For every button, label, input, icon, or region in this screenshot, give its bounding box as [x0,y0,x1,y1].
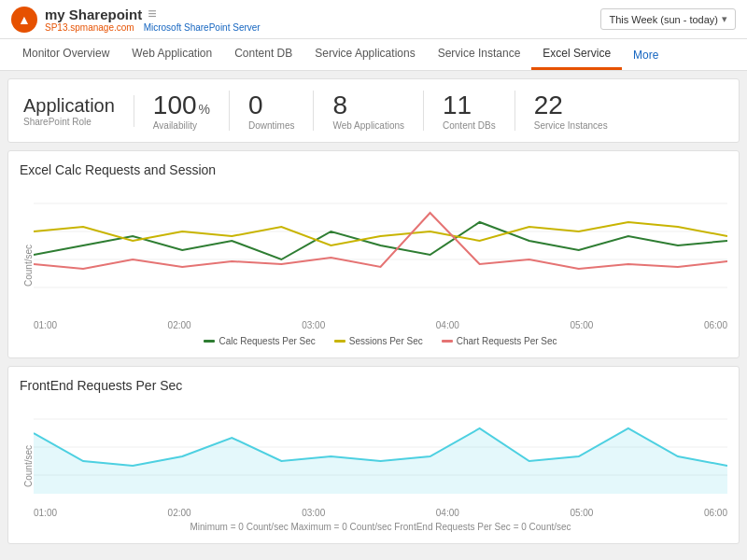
logo-icon: ▲ [11,7,37,33]
hamburger-icon[interactable]: ≡ [148,6,156,22]
nav-item-content-db[interactable]: Content DB [223,39,303,70]
nav-item-service-instance[interactable]: Service Instance [427,39,532,70]
chart-frontend-wrapper: Count/sec 01:00 02:00 03:00 04:00 [20,400,727,532]
legend-sessions-dot [334,340,345,343]
stat-downtimes: 0 Downtimes [230,91,314,131]
week-selector[interactable]: This Week (sun - today) ▾ [600,8,736,30]
stat-web-applications-value: 8 [332,91,347,120]
nav-item-service-applications[interactable]: Service Applications [303,39,426,70]
sub-url: SP13.spmanage.com [45,22,134,33]
stat-content-dbs-label: Content DBs [443,120,496,131]
stat-service-instances-label: Service Instances [534,120,608,131]
stat-application: Application SharePoint Role [23,95,134,127]
stat-downtimes-value: 0 [248,91,263,120]
stat-availability: 100 % Availability [134,91,230,131]
legend-calc-requests-label: Calc Requests Per Sec [218,336,315,346]
nav-item-more[interactable]: More [622,41,669,69]
chart-frontend-body: 01:00 02:00 03:00 04:00 05:00 06:00 Mini… [34,400,727,532]
stat-content-dbs-value: 11 [443,91,472,120]
stat-downtimes-label: Downtimes [248,120,294,131]
stat-content-dbs: 11 Content DBs [424,91,515,131]
sub-product: Microsoft SharePoint Server [144,22,261,33]
legend-calc-requests: Calc Requests Per Sec [204,336,315,346]
legend-sessions: Sessions Per Sec [334,336,423,346]
legend-chart-requests-dot [442,340,453,343]
week-selector-label: This Week (sun - today) [609,14,718,25]
stat-service-instances-value: 22 [534,91,563,120]
app-name-group: my Sharepoint ≡ SP13.spmanage.com Micros… [45,6,261,33]
chart-frontend-title: FrontEnd Requests Per Sec [20,378,727,393]
chart-excel-calc-ylabel: Count/sec [20,185,34,346]
stat-application-title: Application [23,95,115,117]
stat-service-instances: 22 Service Instances [515,91,627,131]
legend-chart-requests: Chart Requests Per Sec [442,336,557,346]
stat-web-applications-label: Web Applications [332,120,404,131]
stats-bar: Application SharePoint Role 100 % Availa… [7,78,740,143]
chart-excel-calc-xlabels: 01:00 02:00 03:00 04:00 05:00 06:00 [34,318,727,330]
legend-chart-requests-label: Chart Requests Per Sec [457,336,557,346]
stat-web-applications: 8 Web Applications [314,91,424,131]
chart-frontend-xlabels: 01:00 02:00 03:00 04:00 05:00 06:00 [34,506,727,518]
chart-frontend-ylabel: Count/sec [20,400,34,532]
dropdown-arrow-icon: ▾ [722,13,727,25]
header: ▲ my Sharepoint ≡ SP13.spmanage.com Micr… [0,0,747,39]
chart-excel-calc-title: Excel Calc Requests and Session [20,162,727,177]
stat-application-subtitle: SharePoint Role [23,117,92,127]
chart-frontend-bottom-info: Minimum = 0 Count/sec Maximum = 0 Count/… [34,522,727,532]
header-right: This Week (sun - today) ▾ [600,8,736,30]
stat-availability-value: 100 [153,91,197,120]
chart-excel-calc-svg [34,185,727,315]
stat-availability-unit: % [199,102,210,117]
chart-excel-calc-legend: Calc Requests Per Sec Sessions Per Sec C… [34,336,727,346]
chart-excel-calc-wrapper: Count/sec 01:00 [20,185,727,346]
chart-frontend: FrontEnd Requests Per Sec Count/sec 01:0… [7,366,740,544]
legend-sessions-label: Sessions Per Sec [349,336,423,346]
nav-item-web-application[interactable]: Web Application [120,39,223,70]
legend-calc-requests-dot [204,340,215,343]
stat-availability-label: Availability [153,120,197,131]
app-name: my Sharepoint [45,7,142,22]
chart-excel-calc: Excel Calc Requests and Session Count/se… [7,150,740,358]
chart-excel-calc-body: 01:00 02:00 03:00 04:00 05:00 06:00 Calc… [34,185,727,346]
main-content: Application SharePoint Role 100 % Availa… [0,71,747,560]
nav-item-monitor-overview[interactable]: Monitor Overview [11,39,120,70]
header-left: ▲ my Sharepoint ≡ SP13.spmanage.com Micr… [11,6,261,33]
nav-item-excel-service[interactable]: Excel Service [531,39,622,70]
chart-frontend-svg [34,400,727,503]
nav: Monitor Overview Web Application Content… [0,39,747,71]
